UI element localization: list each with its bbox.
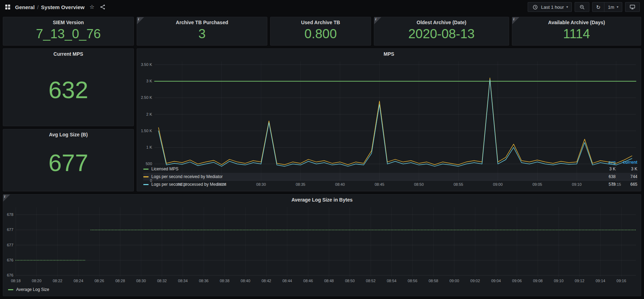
zoom-out-icon — [578, 4, 585, 11]
svg-text:08:50: 08:50 — [345, 279, 355, 283]
svg-text:08:26: 08:26 — [95, 279, 104, 283]
refresh-interval-picker[interactable]: 1m ▾ — [604, 2, 622, 12]
panel-title[interactable]: Avg Log Size (B) — [49, 132, 88, 137]
svg-text:08:30: 08:30 — [136, 279, 146, 283]
svg-text:08:45: 08:45 — [375, 182, 384, 186]
svg-text:09:15: 09:15 — [611, 182, 621, 186]
panel-title[interactable]: Archive TB Purchased — [176, 20, 228, 25]
svg-text:1 K: 1 K — [146, 145, 152, 149]
svg-text:676: 676 — [7, 258, 13, 262]
panel-title[interactable]: Available Archive (Days) — [548, 20, 605, 25]
breadcrumb-separator: / — [37, 4, 39, 10]
top-navbar: General / System Overview ☆ Last 1 hour — [0, 0, 644, 14]
svg-text:08:30: 08:30 — [256, 182, 266, 186]
svg-text:08:38: 08:38 — [220, 279, 229, 283]
middle-row: Current MPS 632 Avg Log Size (B) 677 MPS… — [3, 48, 641, 191]
used-archive-tb-panel: Used Archive TB 0.800 — [270, 17, 371, 46]
time-range-label: Last 1 hour — [541, 5, 564, 10]
svg-text:08:44: 08:44 — [282, 279, 292, 283]
svg-text:1.50 K: 1.50 K — [141, 129, 152, 133]
svg-text:678: 678 — [7, 212, 13, 217]
svg-text:08:25: 08:25 — [217, 182, 227, 186]
svg-text:08:24: 08:24 — [74, 279, 83, 283]
panel-info-icon[interactable]: i — [3, 195, 10, 202]
refresh-button[interactable]: ↻ — [592, 2, 604, 12]
svg-text:0: 0 — [150, 178, 152, 183]
stat-value: 677 — [48, 137, 88, 191]
svg-text:500: 500 — [146, 162, 152, 166]
apps-grid-icon[interactable] — [4, 4, 11, 11]
navbar-left: General / System Overview ☆ — [4, 4, 106, 11]
navbar-right: Last 1 hour ▾ ↻ 1m ▾ — [528, 2, 640, 12]
svg-text:08:40: 08:40 — [335, 182, 345, 186]
stat-value: 3 — [198, 25, 206, 45]
legend-row[interactable]: Average Log Size — [8, 286, 637, 293]
stat-value: 2020-08-13 — [408, 25, 474, 45]
svg-text:09:00: 09:00 — [493, 182, 503, 186]
stat-value: 0.800 — [304, 25, 337, 45]
svg-text:09:06: 09:06 — [512, 279, 522, 283]
left-stat-column: Current MPS 632 Avg Log Size (B) 677 — [3, 48, 134, 191]
panel-title[interactable]: Used Archive TB — [301, 20, 340, 25]
svg-text:08:18: 08:18 — [11, 279, 21, 283]
panel-info-icon[interactable]: i — [137, 17, 144, 24]
svg-text:676: 676 — [7, 273, 13, 277]
panel-info-icon[interactable]: i — [512, 17, 519, 24]
star-icon[interactable]: ☆ — [88, 4, 95, 11]
cycle-view-button[interactable] — [625, 2, 640, 12]
chevron-down-icon: ▾ — [617, 5, 618, 9]
panel-title[interactable]: Oldest Archive (Date) — [417, 20, 466, 25]
grafana-dashboard: General / System Overview ☆ Last 1 hour — [0, 0, 644, 299]
stat-value: 632 — [48, 57, 88, 126]
monitor-icon — [629, 4, 636, 11]
svg-text:2.50 K: 2.50 K — [141, 95, 152, 100]
svg-text:08:35: 08:35 — [296, 182, 306, 186]
breadcrumb-title[interactable]: System Overview — [41, 4, 84, 10]
svg-text:08:50: 08:50 — [414, 182, 424, 186]
svg-text:09:12: 09:12 — [575, 279, 584, 283]
avg-log-size-legend: Average Log Size — [3, 286, 641, 296]
panel-title[interactable]: SIEM Version — [53, 20, 84, 25]
svg-text:08:54: 08:54 — [387, 279, 397, 283]
stat-row: SIEM Version 7_13_0_76 i Archive TB Purc… — [3, 17, 641, 46]
stat-value: 1114 — [563, 25, 590, 45]
stat-value: 7_13_0_76 — [36, 25, 101, 45]
current-mps-panel: Current MPS 632 — [3, 48, 134, 126]
breadcrumb-section[interactable]: General — [15, 4, 35, 10]
svg-text:09:00: 09:00 — [450, 279, 459, 283]
svg-text:3 K: 3 K — [146, 79, 152, 83]
dashboard-grid: SIEM Version 7_13_0_76 i Archive TB Purc… — [0, 14, 644, 299]
svg-text:677: 677 — [7, 243, 13, 247]
avg-log-size-chart-panel: i Average Log Size in Bytes 676676677677… — [3, 194, 641, 296]
panel-title[interactable]: Current MPS — [54, 51, 83, 57]
avg-log-size-chart[interactable]: 67667667767767808:1808:2008:2208:2408:26… — [3, 204, 641, 286]
svg-text:09:04: 09:04 — [491, 279, 501, 283]
available-archive-days-panel: i Available Archive (Days) 1114 — [512, 17, 641, 46]
panel-title[interactable]: Average Log Size in Bytes — [3, 195, 641, 204]
svg-text:3.50 K: 3.50 K — [141, 62, 152, 67]
svg-text:09:10: 09:10 — [572, 182, 582, 186]
svg-text:09:02: 09:02 — [470, 279, 480, 283]
svg-text:09:05: 09:05 — [533, 182, 542, 186]
svg-text:08:48: 08:48 — [324, 279, 334, 283]
panel-info-icon[interactable]: i — [374, 17, 381, 24]
panel-title[interactable]: MPS — [137, 49, 641, 58]
mps-chart-panel: MPS 05001 K1.50 K2 K2.50 K3 K3.50 K08:20… — [137, 48, 641, 191]
svg-text:677: 677 — [7, 227, 13, 232]
svg-text:09:16: 09:16 — [617, 279, 626, 283]
svg-text:08:20: 08:20 — [177, 182, 187, 186]
zoom-out-button[interactable] — [575, 2, 589, 12]
refresh-group: ↻ 1m ▾ — [592, 2, 622, 12]
time-range-picker[interactable]: Last 1 hour ▾ — [528, 2, 572, 12]
svg-text:08:32: 08:32 — [157, 279, 167, 283]
oldest-archive-panel: i Oldest Archive (Date) 2020-08-13 — [374, 17, 509, 46]
refresh-interval-label: 1m — [608, 5, 614, 10]
svg-text:09:10: 09:10 — [554, 279, 564, 283]
archive-tb-purchased-panel: i Archive TB Purchased 3 — [137, 17, 267, 46]
mps-chart[interactable]: 05001 K1.50 K2 K2.50 K3 K3.50 K08:2008:2… — [137, 58, 641, 159]
refresh-icon: ↻ — [596, 5, 601, 10]
bottom-row: i Average Log Size in Bytes 676676677677… — [3, 194, 641, 296]
svg-text:08:52: 08:52 — [366, 279, 376, 283]
share-icon[interactable] — [99, 4, 106, 11]
svg-text:08:20: 08:20 — [32, 279, 42, 283]
